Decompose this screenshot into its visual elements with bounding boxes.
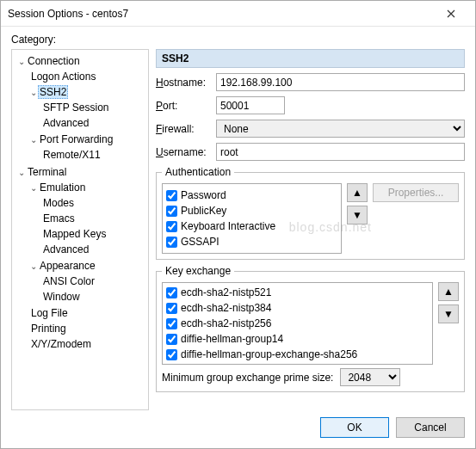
category-tree[interactable]: ⌄Connection Logon Actions ⌄SSH2 SFTP Ses… [11, 49, 149, 410]
chevron-down-icon: ⌄ [17, 55, 26, 69]
tree-item-sftp-session[interactable]: SFTP Session [41, 100, 146, 115]
close-button[interactable] [434, 2, 468, 26]
port-input[interactable] [216, 96, 285, 114]
kex-checkbox[interactable] [166, 287, 177, 298]
firewall-select[interactable]: None [216, 120, 465, 138]
username-label: Username: [156, 146, 211, 158]
tree-item-port-forwarding[interactable]: ⌄Port Forwarding Remote/X11 [29, 132, 146, 163]
tree-item-emacs[interactable]: Emacs [41, 211, 146, 226]
auth-item[interactable]: Keyboard Interactive [166, 218, 337, 234]
authentication-group: Authentication Password PublicKey Keyboa… [156, 166, 465, 260]
tree-item-modes[interactable]: Modes [41, 195, 146, 211]
kex-checkbox[interactable] [166, 303, 177, 314]
kex-item[interactable]: ecdh-sha2-nistp384 [166, 300, 429, 316]
panel-heading: SSH2 [156, 49, 465, 68]
auth-checkbox[interactable] [166, 221, 177, 232]
tree-item-connection[interactable]: ⌄Connection Logon Actions ⌄SSH2 SFTP Ses… [17, 53, 146, 164]
kex-item[interactable]: diffie-hellman-group14 [166, 331, 429, 347]
firewall-label: Firewall: [156, 123, 211, 135]
authentication-legend: Authentication [162, 166, 234, 178]
hostname-label: Hostname: [156, 77, 211, 89]
cancel-button[interactable]: Cancel [396, 417, 465, 438]
tree-item-emulation[interactable]: ⌄Emulation Modes Emacs Mapped Keys Advan… [29, 180, 146, 258]
close-icon [447, 9, 455, 18]
port-label: Port: [156, 100, 211, 112]
session-options-dialog: Session Options - centos7 Category: ⌄Con… [0, 0, 476, 449]
min-group-select[interactable]: 2048 [340, 368, 400, 386]
tree-item-terminal[interactable]: ⌄Terminal ⌄Emulation Modes Emacs Mapped … [17, 164, 146, 353]
properties-button: Properties... [373, 183, 459, 202]
tree-item-printing[interactable]: Printing [29, 321, 146, 336]
dialog-title: Session Options - centos7 [8, 8, 434, 20]
min-group-label: Minimum group exchange prime size: [162, 372, 333, 384]
chevron-down-icon: ⌄ [29, 86, 38, 100]
kex-checkbox[interactable] [166, 318, 177, 329]
tree-item-appearance[interactable]: ⌄Appearance ANSI Color Window [29, 258, 146, 305]
auth-item[interactable]: Password [166, 188, 337, 203]
titlebar: Session Options - centos7 [1, 1, 475, 27]
kex-move-down-button[interactable]: ▼ [438, 304, 459, 323]
authentication-list[interactable]: Password PublicKey Keyboard Interactive … [162, 183, 342, 254]
chevron-down-icon: ⌄ [29, 181, 38, 195]
tree-item-ansi-color[interactable]: ANSI Color [41, 274, 146, 289]
auth-checkbox[interactable] [166, 190, 177, 201]
ok-button[interactable]: OK [320, 417, 389, 438]
hostname-input[interactable] [216, 73, 465, 91]
triangle-down-icon: ▼ [443, 308, 454, 320]
auth-item[interactable]: GSSAPI [166, 234, 337, 249]
tree-item-window[interactable]: Window [41, 289, 146, 304]
auth-item[interactable]: PublicKey [166, 203, 337, 218]
triangle-up-icon: ▲ [443, 286, 454, 298]
kex-move-up-button[interactable]: ▲ [438, 282, 459, 301]
kex-item[interactable]: diffie-hellman-group-exchange-sha256 [166, 347, 429, 362]
tree-item-advanced[interactable]: Advanced [41, 115, 146, 131]
kex-item[interactable]: ecdh-sha2-nistp256 [166, 316, 429, 331]
auth-checkbox[interactable] [166, 237, 177, 248]
tree-item-xyzmodem[interactable]: X/Y/Zmodem [29, 336, 146, 352]
chevron-down-icon: ⌄ [29, 133, 38, 147]
tree-item-advanced2[interactable]: Advanced [41, 242, 146, 257]
tree-item-logon-actions[interactable]: Logon Actions [29, 69, 146, 84]
kex-checkbox[interactable] [166, 349, 177, 360]
kex-item[interactable]: ecdh-sha2-nistp521 [166, 285, 429, 300]
tree-item-mapped-keys[interactable]: Mapped Keys [41, 226, 146, 242]
tree-item-log-file[interactable]: Log File [29, 305, 146, 321]
triangle-up-icon: ▲ [352, 187, 362, 199]
triangle-down-icon: ▼ [352, 209, 362, 221]
dialog-footer: OK Cancel [11, 410, 465, 438]
auth-move-down-button[interactable]: ▼ [347, 206, 368, 224]
chevron-down-icon: ⌄ [17, 166, 26, 180]
chevron-down-icon: ⌄ [29, 260, 38, 274]
key-exchange-list[interactable]: ecdh-sha2-nistp521 ecdh-sha2-nistp384 ec… [162, 282, 433, 365]
tree-item-remote-x11[interactable]: Remote/X11 [41, 147, 146, 163]
tree-item-ssh2[interactable]: ⌄SSH2 SFTP Session Advanced [29, 84, 146, 132]
key-exchange-group: Key exchange ecdh-sha2-nistp521 ecdh-sha… [156, 265, 465, 392]
username-input[interactable] [216, 143, 465, 161]
auth-move-up-button[interactable]: ▲ [347, 183, 368, 202]
category-label: Category: [11, 34, 465, 46]
kex-checkbox[interactable] [166, 334, 177, 345]
auth-checkbox[interactable] [166, 206, 177, 217]
key-exchange-legend: Key exchange [162, 265, 234, 277]
